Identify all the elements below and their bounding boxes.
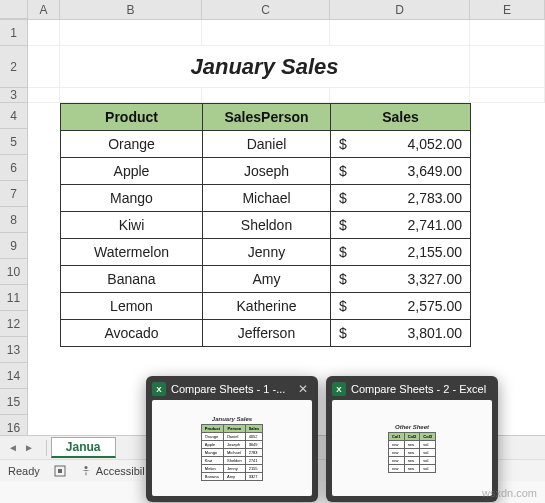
column-header-c[interactable]: C xyxy=(202,0,330,19)
cell[interactable] xyxy=(28,88,60,103)
cell-person[interactable]: Michael xyxy=(203,185,331,212)
select-all-corner[interactable] xyxy=(0,0,28,19)
cell-person[interactable]: Sheldon xyxy=(203,212,331,239)
header-product[interactable]: Product xyxy=(61,104,203,131)
cell-product[interactable]: Kiwi xyxy=(61,212,203,239)
thumbnail-title: Compare Sheets - 1 -... xyxy=(171,383,285,395)
row-header[interactable]: 14 xyxy=(0,363,28,389)
cell-person[interactable]: Jenny xyxy=(203,239,331,266)
cell-product[interactable]: Watermelon xyxy=(61,239,203,266)
row-header[interactable]: 9 xyxy=(0,233,28,259)
status-macro[interactable] xyxy=(54,465,66,477)
cell-currency[interactable]: $ xyxy=(331,131,351,158)
column-headers: A B C D E xyxy=(0,0,545,20)
cell[interactable] xyxy=(330,20,470,46)
cell-sales[interactable]: 2,783.00 xyxy=(351,185,471,212)
cell-sales[interactable]: 4,052.00 xyxy=(351,131,471,158)
cell-product[interactable]: Apple xyxy=(61,158,203,185)
row-header[interactable]: 7 xyxy=(0,181,28,207)
cell[interactable] xyxy=(470,20,545,46)
header-sales[interactable]: Sales xyxy=(331,104,471,131)
row-header[interactable]: 12 xyxy=(0,311,28,337)
cell-product[interactable]: Lemon xyxy=(61,293,203,320)
taskbar-thumbnails: X Compare Sheets - 1 -... ✕ January Sale… xyxy=(146,376,498,502)
column-header-a[interactable]: A xyxy=(28,0,60,19)
cell-product[interactable]: Mango xyxy=(61,185,203,212)
cell-currency[interactable]: $ xyxy=(331,293,351,320)
cell[interactable] xyxy=(60,88,202,103)
table-row: KiwiSheldon$2,741.00 xyxy=(61,212,471,239)
row-header[interactable]: 15 xyxy=(0,389,28,415)
cell-person[interactable]: Amy xyxy=(203,266,331,293)
header-salesperson[interactable]: SalesPerson xyxy=(203,104,331,131)
cell-sales[interactable]: 3,801.00 xyxy=(351,320,471,347)
status-accessibility[interactable]: Accessibil xyxy=(80,465,145,477)
excel-icon: X xyxy=(332,382,346,396)
cell[interactable] xyxy=(28,46,60,88)
cell[interactable] xyxy=(330,88,470,103)
cell-sales[interactable]: 2,155.00 xyxy=(351,239,471,266)
cell-person[interactable]: Jefferson xyxy=(203,320,331,347)
cell[interactable] xyxy=(202,20,330,46)
cell-currency[interactable]: $ xyxy=(331,320,351,347)
row-header[interactable]: 2 xyxy=(0,46,28,88)
table-row: AvocadoJefferson$3,801.00 xyxy=(61,320,471,347)
cell-product[interactable]: Avocado xyxy=(61,320,203,347)
cell-currency[interactable]: $ xyxy=(331,266,351,293)
cell-currency[interactable]: $ xyxy=(331,158,351,185)
tab-next-icon[interactable]: ► xyxy=(22,442,36,453)
column-header-b[interactable]: B xyxy=(60,0,202,19)
taskbar-thumbnail[interactable]: X Compare Sheets - 1 -... ✕ January Sale… xyxy=(146,376,318,502)
cell-person[interactable]: Joseph xyxy=(203,158,331,185)
cell[interactable] xyxy=(28,20,60,46)
cell[interactable] xyxy=(470,46,545,88)
row-header[interactable]: 1 xyxy=(0,20,28,46)
row-header[interactable]: 13 xyxy=(0,337,28,363)
thumbnail-preview: Other Sheet Col1Col2Col3 rowrowval rowro… xyxy=(332,400,492,496)
preview-table: ProductPersonSales OrangeDaniel4052 Appl… xyxy=(201,424,263,481)
cell-currency[interactable]: $ xyxy=(331,185,351,212)
column-header-d[interactable]: D xyxy=(330,0,470,19)
row-header[interactable]: 8 xyxy=(0,207,28,233)
close-icon[interactable]: ✕ xyxy=(294,382,312,396)
cell-product[interactable]: Banana xyxy=(61,266,203,293)
table-row: WatermelonJenny$2,155.00 xyxy=(61,239,471,266)
row-header[interactable]: 3 xyxy=(0,88,28,103)
row-header[interactable]: 11 xyxy=(0,285,28,311)
table-row: AppleJoseph$3,649.00 xyxy=(61,158,471,185)
row-header[interactable]: 5 xyxy=(0,129,28,155)
status-ready: Ready xyxy=(8,465,40,477)
table-row: LemonKatherine$2,575.00 xyxy=(61,293,471,320)
sheet-tab-active[interactable]: Janua xyxy=(51,437,116,458)
row-header[interactable]: 6 xyxy=(0,155,28,181)
thumbnail-title: Compare Sheets - 2 - Excel xyxy=(351,383,486,395)
separator xyxy=(46,440,47,456)
cell-sales[interactable]: 2,741.00 xyxy=(351,212,471,239)
cell-currency[interactable]: $ xyxy=(331,212,351,239)
table-row: OrangeDaniel$4,052.00 xyxy=(61,131,471,158)
cell-sales[interactable]: 3,327.00 xyxy=(351,266,471,293)
cell[interactable] xyxy=(60,20,202,46)
grid-row: 3 xyxy=(0,88,545,103)
grid-row: 1 xyxy=(0,20,545,46)
tab-prev-icon[interactable]: ◄ xyxy=(6,442,20,453)
table-header-row: Product SalesPerson Sales xyxy=(61,104,471,131)
spreadsheet-grid[interactable]: A B C D E 1 2January Sales 3 4 5 6 7 8 9… xyxy=(0,0,545,435)
row-header[interactable]: 10 xyxy=(0,259,28,285)
taskbar-thumbnail[interactable]: X Compare Sheets - 2 - Excel Other Sheet… xyxy=(326,376,498,502)
cell-sales[interactable]: 2,575.00 xyxy=(351,293,471,320)
title-cell[interactable]: January Sales xyxy=(60,46,470,88)
cell-person[interactable]: Katherine xyxy=(203,293,331,320)
column-header-e[interactable]: E xyxy=(470,0,545,19)
cell-sales[interactable]: 3,649.00 xyxy=(351,158,471,185)
cell-person[interactable]: Daniel xyxy=(203,131,331,158)
cell[interactable] xyxy=(202,88,330,103)
thumbnail-preview: January Sales ProductPersonSales OrangeD… xyxy=(152,400,312,496)
table-row: BananaAmy$3,327.00 xyxy=(61,266,471,293)
row-header[interactable]: 4 xyxy=(0,103,28,129)
cell-currency[interactable]: $ xyxy=(331,239,351,266)
cell[interactable] xyxy=(470,88,545,103)
table-row: MangoMichael$2,783.00 xyxy=(61,185,471,212)
cell-product[interactable]: Orange xyxy=(61,131,203,158)
tab-navigation: ◄ ► xyxy=(0,442,42,453)
